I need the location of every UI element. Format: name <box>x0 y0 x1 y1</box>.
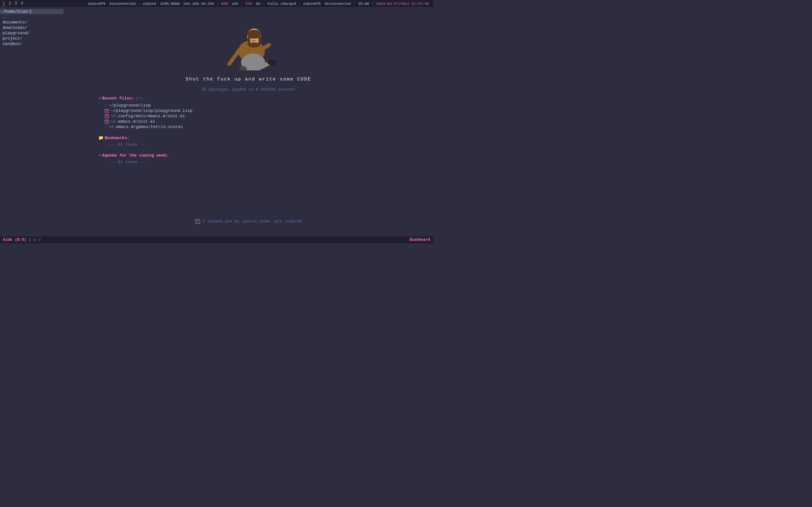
tab-bar[interactable]: 1 2 3 4 <box>3 1 23 6</box>
tab-2[interactable]: 2 <box>9 1 11 6</box>
jcom: JCOM_RDGN <box>158 2 182 6</box>
lisp-icon-4: ☷ <box>105 120 109 124</box>
battery-status: Fully charged <box>265 2 298 6</box>
recent-file-4[interactable]: ☷ ~/.emacs.d/init.el <box>98 119 192 124</box>
recent-file-3[interactable]: ☷ ~/.config/dots/emacs.d/init.el <box>98 113 192 119</box>
recent-file-label-4: ~/.emacs.d/init.el <box>111 119 155 124</box>
whisper-text: I showed you my source code, pls respond <box>202 219 301 224</box>
recent-files-title: Recent Files: <box>102 96 134 101</box>
bottombar-mode: Dashboard <box>409 238 430 242</box>
bookmarks-empty: --- No items --- <box>98 142 192 147</box>
tab-1[interactable]: 1 <box>3 1 5 6</box>
bookmarks-folder-icon: 📁 <box>98 135 103 140</box>
agenda-title: Agenda for the coming week: <box>102 153 169 158</box>
buffer-info: (D:5) <box>15 238 26 242</box>
recent-file-label-3: ~/.config/dots/emacs.d/init.el <box>111 114 185 118</box>
clock-time: 25:00 <box>356 2 371 6</box>
topbar: 1 2 3 4 enp1s0f0 disconnected | wlp2s0 J… <box>0 0 433 7</box>
recent-files-arrow-icon: ➔ <box>98 96 101 101</box>
ram-label: RAM <box>219 2 230 6</box>
cpu-value: 0% <box>254 2 262 6</box>
svg-point-13 <box>251 37 252 38</box>
buffer-name: bido <box>3 238 12 242</box>
recent-files-section: ➔ Recent Files: (r) □ ~/playground/lisp … <box>98 96 192 164</box>
recent-file-label-5: ~/.emacs.d/games/tetris-scores <box>109 124 183 129</box>
packages-line: 38 packages loaded in 0.993594 seconds <box>201 87 295 92</box>
project-label: project/ <box>3 36 22 41</box>
svg-point-6 <box>248 43 260 48</box>
bottombar-separator-icon: | <box>29 238 31 242</box>
recent-file-label-2: ~/playground/lisp/playground.lisp <box>111 108 192 113</box>
recent-files-header: ➔ Recent Files: (r) <box>98 96 192 101</box>
file-icon-1: □ <box>105 104 107 107</box>
ram-value: 10% <box>230 2 240 6</box>
lisp-icon-2: ☷ <box>105 109 109 113</box>
net-iface2: enp1s0f0 <box>301 2 322 6</box>
sidebar-item-parent[interactable]: .. <box>0 14 63 20</box>
agenda-header: ➔ Agenda for the coming week: <box>98 153 192 158</box>
svg-line-8 <box>264 45 269 48</box>
playground-label: playground/ <box>3 31 30 36</box>
whisper-icon: ☷ <box>195 219 200 224</box>
rms-svg <box>207 16 290 70</box>
bottombar-path: / <box>38 238 41 242</box>
net-iface1: enp1s0f0 <box>86 2 107 6</box>
parent-dir-label: .. <box>3 14 8 19</box>
main-area: /home/bido/ .. documents/ downloads/ pla… <box>0 7 433 236</box>
svg-point-14 <box>256 37 257 38</box>
status-bar: enp1s0f0 disconnected | wlp2s0 JCOM_RDGN… <box>86 2 431 6</box>
sidebar-item-project[interactable]: project/ <box>0 36 63 41</box>
bottombar-left: bido (D:5) | □ / <box>3 238 41 242</box>
tagline: Shut the fuck up and write some CODE <box>186 77 311 82</box>
sidebar-item-documents[interactable]: documents/ <box>0 20 63 25</box>
svg-line-7 <box>229 50 240 64</box>
recent-file-5[interactable]: □ ~/.emacs.d/games/tetris-scores <box>98 124 192 130</box>
content-area: Shut the fuck up and write some CODE 38 … <box>63 7 433 236</box>
ip-address: 192.168.40.230 <box>182 2 216 6</box>
bottombar: bido (D:5) | □ / Dashboard <box>0 236 433 243</box>
lisp-icon-3: ☷ <box>105 114 109 118</box>
sidebar-item-home[interactable]: /home/bido/ <box>0 9 63 14</box>
net-status2: disconnected <box>322 2 353 6</box>
tab-4[interactable]: 4 <box>21 1 23 6</box>
sandbox-label: sandbox/ <box>3 42 22 46</box>
sidebar-item-sandbox[interactable]: sandbox/ <box>0 41 63 47</box>
home-dir-label: /home/bido/ <box>3 9 30 14</box>
recent-file-1[interactable]: □ ~/playground/lisp <box>98 103 192 108</box>
sidebar-item-downloads[interactable]: downloads/ <box>0 25 63 31</box>
recent-file-2[interactable]: ☷ ~/playground/lisp/playground.lisp <box>98 108 192 113</box>
recent-file-label-1: ~/playground/lisp <box>109 103 151 108</box>
rms-figure <box>207 16 290 70</box>
bookmarks-header: 📁 Bookmarks: <box>98 135 192 140</box>
bookmarks-title: Bookmarks: <box>105 135 130 140</box>
file-tree-sidebar: /home/bido/ .. documents/ downloads/ pla… <box>0 7 63 236</box>
downloads-label: downloads/ <box>3 25 27 30</box>
clock-date: 2023-04-27(Thu) 21:47:40 <box>374 2 431 6</box>
agenda-arrow-icon: ➔ <box>98 153 101 158</box>
wlan-iface: wlp2s0 <box>141 2 158 6</box>
cpu-label: CPU <box>244 2 254 6</box>
recent-files-hint: (r) <box>136 96 143 101</box>
tab-3[interactable]: 3 <box>14 1 17 6</box>
agenda-empty: --- No items --- <box>98 160 192 164</box>
whisper-line: ☷ I showed you my source code, pls respo… <box>195 219 301 224</box>
svg-point-11 <box>267 60 277 65</box>
file-icon-bottom: □ <box>34 238 36 242</box>
net-status1: disconnected <box>107 2 138 6</box>
file-icon-5: □ <box>105 125 107 129</box>
documents-label: documents/ <box>3 20 27 25</box>
sidebar-item-playground[interactable]: playground/ <box>0 31 63 36</box>
